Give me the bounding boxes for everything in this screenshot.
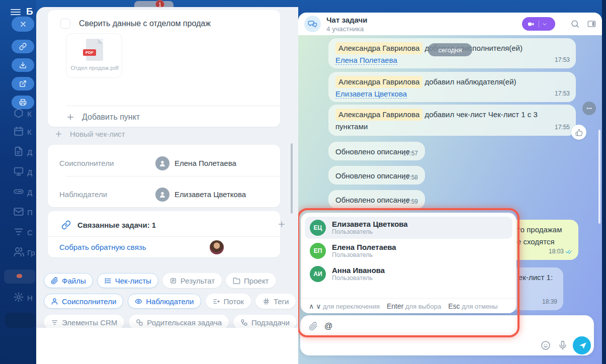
parent-task-icon — [136, 319, 143, 326]
mic-button[interactable] — [558, 340, 568, 352]
drive-icon[interactable] — [13, 186, 24, 197]
rail-label: Д — [27, 148, 37, 156]
chat-panel: Чат задачи 4 участника Александра Гаврил… — [298, 13, 602, 364]
plus-icon — [277, 220, 286, 229]
message-author[interactable]: Александра Гаврилова — [335, 109, 422, 121]
paperclip-icon — [51, 277, 58, 285]
chip-coexecutors[interactable]: Соисполнители — [44, 294, 123, 309]
notification-dot — [17, 274, 22, 278]
new-checklist-button[interactable]: Новый чек-лист — [54, 130, 125, 138]
smiley-icon — [541, 340, 551, 350]
subtasks-icon — [240, 319, 248, 326]
mention-user-row[interactable]: АИ Анна Иванова Пользователь — [305, 263, 512, 285]
microphone-icon — [558, 340, 568, 350]
chat-scrollbar[interactable] — [598, 130, 600, 224]
chips-row-1: Файлы Чек-листы Результат Проект — [44, 273, 276, 288]
side-panel-icon — [587, 19, 596, 29]
app-window: Б К К Д Д Д П С Гр Н 1 — [0, 0, 606, 364]
file-name: Отдел продаж.pdf — [66, 65, 123, 71]
message-menu-button[interactable] — [582, 102, 596, 115]
related-tasks-row[interactable]: Связанные задачи: 1 — [61, 220, 156, 230]
open-in-new-button[interactable] — [12, 77, 34, 90]
mail-icon[interactable] — [13, 206, 24, 217]
board-icon[interactable] — [13, 166, 24, 177]
coexecutors-label: Соисполнители — [59, 159, 114, 167]
mention-user-row[interactable]: ЕЦ Елизавета Цветкова Пользователь — [305, 217, 512, 239]
attach-file-button[interactable] — [309, 322, 318, 333]
print-button[interactable] — [12, 96, 34, 109]
groups-icon[interactable] — [13, 246, 24, 257]
chip-tags[interactable]: Теги — [255, 294, 296, 309]
person-icon — [51, 298, 58, 305]
right-edge-strip — [602, 0, 606, 364]
person-bust-icon — [158, 190, 167, 199]
mention-link[interactable]: Елена Полетаева — [335, 56, 397, 65]
download-button[interactable] — [12, 58, 34, 72]
thumbs-up-icon — [575, 129, 583, 136]
send-icon — [578, 341, 587, 350]
mention-popup: ЕЦ Елизавета Цветкова Пользователь ЕП Ел… — [301, 213, 516, 313]
copy-link-button[interactable] — [12, 40, 34, 53]
send-button[interactable] — [573, 336, 591, 354]
user-avatar: ЕП — [310, 243, 326, 259]
rail-bottom-tile[interactable] — [5, 313, 35, 328]
message-text: Обновлено описание — [335, 196, 410, 204]
menu-burger-icon[interactable] — [11, 8, 21, 17]
chip-result[interactable]: Результат — [162, 273, 222, 288]
message-author[interactable]: Александра Гаврилова — [335, 42, 422, 54]
chat-message: Обновлено описание 17:59 — [328, 190, 425, 209]
file-tile[interactable]: PDF Отдел продаж.pdf — [66, 33, 122, 78]
emoji-button[interactable] — [541, 340, 551, 352]
chat-message: Обновлено описание 17:57 — [328, 142, 425, 160]
funnel-icon — [51, 319, 58, 326]
checkbox[interactable] — [60, 19, 70, 29]
add-item-button[interactable]: Добавить пункт — [66, 113, 140, 122]
feedback-avatar[interactable] — [210, 240, 224, 254]
chat-title: Чат задачи — [326, 16, 367, 24]
task-panel-scrollbar[interactable] — [291, 143, 293, 214]
tab-badge-count: 1 — [158, 2, 161, 8]
chip-checklists[interactable]: Чек-листы — [97, 273, 158, 288]
coexecutor-name[interactable]: Елена Полетаева — [175, 159, 236, 167]
settings-gear-icon[interactable] — [13, 292, 24, 303]
video-call-button[interactable] — [522, 17, 555, 31]
search-button[interactable] — [570, 19, 580, 31]
message-input[interactable]: @ — [324, 322, 332, 331]
flow-icon — [213, 298, 220, 305]
message-composer[interactable]: @ — [300, 315, 594, 355]
message-author[interactable]: Александра Гаврилова — [335, 76, 422, 88]
pdf-file-icon: PDF — [86, 39, 103, 61]
observer-avatar — [155, 188, 169, 202]
reaction-button[interactable] — [571, 125, 586, 140]
coexecutor-avatar — [155, 156, 169, 170]
mention-user-row[interactable]: ЕП Елена Полетаева Пользователь — [305, 240, 512, 262]
user-avatar: АИ — [310, 266, 326, 282]
checklist-card: Сверить данные с отделом продаж PDF Отде… — [48, 10, 280, 127]
close-task-button[interactable] — [12, 17, 34, 32]
observer-name[interactable]: Елизавета Цветкова — [175, 190, 246, 199]
message-time: 18:03 — [549, 245, 572, 257]
chip-flow[interactable]: Поток — [206, 294, 251, 309]
chat-subtitle: 4 участника — [326, 25, 364, 33]
calendar-icon[interactable] — [13, 126, 24, 137]
feedback-link[interactable]: Собрать обратную связь — [59, 243, 146, 251]
esc-key-hint: Esc — [448, 302, 460, 310]
document-icon[interactable] — [13, 146, 24, 157]
feed-icon[interactable] — [13, 226, 24, 237]
mention-link[interactable]: Елизавета Цветкова — [335, 89, 407, 99]
rail-label: Н — [27, 294, 37, 302]
task-panel: Сверить данные с отделом продаж PDF Отде… — [36, 7, 298, 364]
left-rail: Б К К Д Д Д П С Гр Н — [0, 0, 36, 364]
search-icon — [570, 19, 580, 29]
rail-label: Д — [27, 188, 37, 197]
side-panel-button[interactable] — [587, 19, 596, 31]
chip-files[interactable]: Файлы — [44, 273, 93, 288]
chat-avatar — [304, 16, 321, 32]
copilot-hexagon-icon[interactable] — [13, 108, 24, 119]
chip-project[interactable]: Проект — [226, 273, 276, 288]
chip-observers[interactable]: Наблюдатели — [128, 294, 201, 309]
user-name: Елизавета Цветкова — [332, 220, 408, 228]
add-related-button[interactable] — [277, 220, 286, 231]
chevron-down-icon — [542, 21, 548, 27]
checklist-item-label[interactable]: Сверить данные с отделом продаж — [79, 19, 211, 28]
